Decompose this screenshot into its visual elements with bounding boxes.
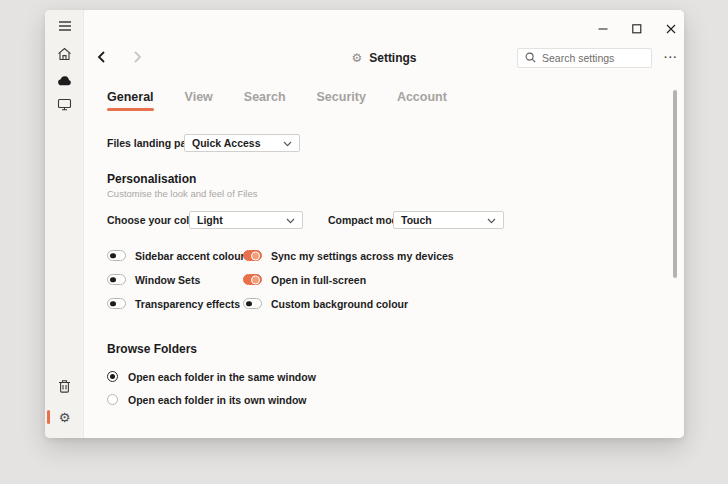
tab-general[interactable]: General: [107, 90, 154, 111]
close-icon: [666, 20, 676, 38]
same-window-label: Open each folder in the same window: [128, 370, 316, 384]
gear-icon: ⚙: [59, 411, 71, 424]
sidebar-accent-colour-toggle[interactable]: [107, 250, 126, 261]
sidebar-item-desktop[interactable]: [45, 94, 84, 118]
personalisation-subtitle: Customise the look and feel of Files: [107, 188, 258, 199]
search-input[interactable]: [542, 52, 644, 64]
own-window-label: Open each folder in its own window: [128, 393, 307, 407]
sync-settings-toggle[interactable]: [243, 250, 262, 261]
maximize-icon: [632, 20, 642, 38]
window-sets-label: Window Sets: [135, 273, 200, 287]
hamburger-icon: [58, 18, 72, 36]
tab-account[interactable]: Account: [397, 90, 447, 111]
sidebar-item-recycle-bin[interactable]: [45, 376, 84, 400]
colour-dropdown[interactable]: Light: [189, 211, 303, 229]
chevron-down-icon: [283, 137, 292, 149]
search-icon: [525, 49, 536, 67]
chevron-down-icon: [487, 214, 496, 226]
sidebar-item-cloud[interactable]: [45, 69, 84, 93]
transparency-effects-toggle[interactable]: [107, 298, 126, 309]
chevron-down-icon: [286, 214, 295, 226]
window-sets-toggle[interactable]: [107, 274, 126, 285]
minimize-button[interactable]: [598, 24, 608, 34]
search-settings-box[interactable]: [517, 48, 652, 68]
sync-settings-label: Sync my settings across my devices: [271, 249, 454, 263]
tab-view[interactable]: View: [185, 90, 213, 111]
files-app-window: ⚙ ⚙Settings: [45, 10, 684, 438]
compact-mode-dropdown[interactable]: Touch: [393, 211, 504, 229]
custom-background-label: Custom background colour: [271, 297, 408, 311]
monitor-icon: [57, 97, 72, 115]
maximize-button[interactable]: [632, 24, 642, 34]
tab-security[interactable]: Security: [317, 90, 366, 111]
personalisation-heading: Personalisation: [107, 172, 196, 186]
minimize-icon: [598, 20, 608, 38]
active-tab-underline: [107, 108, 154, 111]
home-icon: [57, 47, 72, 65]
same-window-radio[interactable]: [107, 371, 118, 382]
sidebar-item-home[interactable]: [45, 44, 84, 68]
browse-folders-heading: Browse Folders: [107, 342, 197, 356]
open-fullscreen-toggle[interactable]: [243, 274, 262, 285]
vertical-scrollbar[interactable]: [673, 90, 677, 278]
landing-page-dropdown[interactable]: Quick Access: [184, 134, 300, 152]
cloud-icon: [57, 72, 73, 90]
transparency-effects-label: Transparency effects: [135, 297, 240, 311]
window-controls: [598, 24, 676, 34]
settings-tabs: General View Search Security Account: [107, 90, 447, 111]
sidebar-item-settings[interactable]: ⚙: [45, 405, 84, 429]
own-window-radio[interactable]: [107, 394, 118, 405]
tab-search[interactable]: Search: [244, 90, 286, 111]
sidebar: ⚙: [45, 10, 84, 438]
open-fullscreen-label: Open in full-screen: [271, 273, 366, 287]
more-options-button[interactable]: ···: [660, 47, 682, 67]
custom-background-toggle[interactable]: [243, 298, 262, 309]
trash-icon: [58, 379, 71, 397]
settings-page: ⚙Settings ··· General View Search Securi…: [84, 10, 684, 438]
settings-gear-icon: ⚙: [351, 51, 362, 65]
hamburger-menu-button[interactable]: [45, 15, 84, 39]
close-button[interactable]: [666, 24, 676, 34]
sidebar-accent-colour-label: Sidebar accent colour: [135, 249, 245, 263]
